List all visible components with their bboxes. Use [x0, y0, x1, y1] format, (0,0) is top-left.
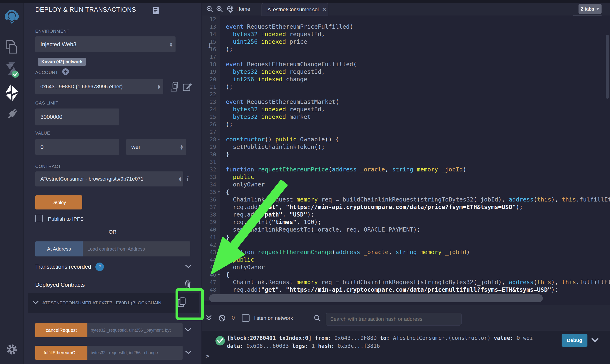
terminal-header: 0 listen on network: [202, 305, 610, 331]
listen-network-checkbox[interactable]: [242, 314, 250, 322]
code-line[interactable]: 27: [202, 128, 610, 136]
code-line[interactable]: 44 public: [202, 256, 610, 263]
transactions-count-badge: 2: [95, 262, 104, 271]
vertical-scrollbar[interactable]: [606, 35, 609, 99]
code-line[interactable]: 28▾constructor() public Ownable() {: [202, 136, 610, 143]
expand-terminal-icon[interactable]: [206, 315, 212, 323]
deploy-run-icon[interactable]: [0, 85, 24, 102]
zoom-in-icon[interactable]: [216, 6, 223, 14]
copy-contract-address-icon[interactable]: [177, 297, 186, 309]
chevron-down-icon[interactable]: [185, 328, 191, 333]
code-line[interactable]: 16);: [202, 46, 610, 53]
value-unit-select[interactable]: wei ▲▼: [126, 139, 186, 155]
horizontal-scrollbar[interactable]: [209, 294, 543, 302]
edit-account-icon[interactable]: [183, 82, 192, 92]
fulfill-ethereum-change-button[interactable]: fulfillEthereumC...: [35, 346, 87, 360]
code-line[interactable]: 22: [202, 91, 610, 98]
code-line[interactable]: 43function requestEthereumChange(address…: [202, 248, 610, 256]
clear-console-icon[interactable]: [219, 315, 225, 323]
tx-log-line1[interactable]: [block:20780401 txIndex:0] from: 0x643..…: [227, 335, 533, 341]
value-unit: wei: [126, 144, 140, 150]
code-line[interactable]: 26);: [202, 121, 610, 128]
contract-value: ATestnetConsumer - browser/gists/9b71e07…: [35, 176, 177, 182]
at-address-button[interactable]: At Address: [35, 241, 83, 257]
publish-ipfs-checkbox[interactable]: [35, 215, 43, 222]
account-select[interactable]: 0x643...9F88D (1.666673996 ether) ▲▼: [35, 79, 163, 94]
fulfill-ethereum-change-args-input[interactable]: bytes32 _requestId, int256 _change: [87, 346, 183, 360]
code-line[interactable]: 15 uint256 indexed price: [202, 38, 610, 46]
deployed-contract-item[interactable]: ATESTNETCONSUMER AT 0X7E7...E80D1 (BLOCK…: [28, 293, 199, 313]
code-line[interactable]: 41}: [202, 234, 610, 241]
add-account-icon[interactable]: [62, 68, 69, 76]
contract-select[interactable]: ATestnetConsumer - browser/gists/9b71e07…: [35, 171, 183, 186]
value-input[interactable]: [35, 139, 119, 155]
terminal-search-input[interactable]: [326, 313, 462, 325]
code-line[interactable]: 37 req.add("get", "https://min-api.crypt…: [202, 203, 610, 211]
code-line[interactable]: 33 public: [202, 173, 610, 181]
code-line[interactable]: 30}: [202, 151, 610, 158]
code-line[interactable]: 12: [202, 15, 610, 23]
code-line[interactable]: 14 bytes32 indexed requestId,: [202, 30, 610, 38]
tx-success-icon: [215, 336, 225, 347]
code-line[interactable]: 35▾{: [202, 188, 610, 196]
code-line[interactable]: 39 req.addInt("times", 100);: [202, 218, 610, 226]
code-line[interactable]: 25 bytes32 indexed market: [202, 113, 610, 121]
deploy-button[interactable]: Deploy: [35, 195, 82, 209]
code-line[interactable]: 29 setPublicChainlinkToken();: [202, 143, 610, 151]
select-arrows-icon: ▲▼: [180, 144, 183, 150]
code-line[interactable]: 34 onlyOwner: [202, 181, 610, 188]
cancel-request-button[interactable]: cancelRequest: [35, 323, 87, 337]
code-lines[interactable]: 1213event RequestEthereumPriceFulfilled(…: [202, 15, 610, 306]
code-line[interactable]: 36 Chainlink.Request memory req = buildC…: [202, 196, 610, 203]
solidity-compiler-icon[interactable]: [0, 62, 24, 80]
environment-select[interactable]: Injected Web3 ▲▼: [35, 36, 175, 52]
code-line[interactable]: 48 req.add("get", "https://min-api.crypt…: [202, 286, 610, 294]
code-line[interactable]: 19 bytes32 indexed requestId,: [202, 68, 610, 76]
plugin-manager-icon[interactable]: [0, 107, 24, 121]
expand-log-chevron-icon[interactable]: [591, 338, 599, 343]
function-row: fulfillEthereumC... bytes32 _requestId, …: [35, 346, 191, 360]
file-explorer-icon[interactable]: [0, 39, 24, 54]
chevron-down-icon[interactable]: [185, 350, 191, 355]
contract-label: CONTRACT: [35, 164, 61, 169]
code-line[interactable]: 47 Chainlink.Request memory req = buildC…: [202, 278, 610, 286]
zoom-out-icon[interactable]: [206, 6, 213, 14]
transactions-recorded-row[interactable]: Transactions recorded 2: [35, 262, 191, 271]
code-line[interactable]: 45 onlyOwner: [202, 263, 610, 271]
trash-icon[interactable]: [184, 280, 191, 290]
close-tab-icon[interactable]: ✕: [322, 7, 326, 13]
code-line[interactable]: 38 req.add("path", "USD");: [202, 211, 610, 218]
contract-info-icon[interactable]: i: [186, 175, 188, 183]
code-line[interactable]: 32function requestEthereumPrice(address …: [202, 166, 610, 173]
debug-button[interactable]: Debug: [562, 334, 587, 347]
at-address-input[interactable]: [83, 241, 190, 257]
code-line[interactable]: 21);: [202, 83, 610, 91]
code-line[interactable]: 23event RequestEthereumLastMarket(: [202, 98, 610, 106]
tabs-count-dropdown[interactable]: 2 tabs: [579, 4, 602, 14]
transactions-recorded-label: Transactions recorded: [35, 263, 91, 270]
code-line[interactable]: 18event RequestEthereumChangeFulfilled(: [202, 61, 610, 68]
tab-home[interactable]: Home: [236, 3, 250, 15]
code-line[interactable]: 31: [202, 158, 610, 166]
copy-account-icon[interactable]: [170, 82, 179, 92]
code-line[interactable]: 24 bytes32 indexed requestId,: [202, 106, 610, 113]
pending-tx-count: 0: [232, 315, 235, 321]
code-line[interactable]: 17: [202, 53, 610, 61]
code-line[interactable]: 40 sendChainlinkRequestTo(_oracle, req, …: [202, 226, 610, 234]
terminal-prompt[interactable]: >: [206, 352, 209, 360]
terminal: 0 listen on network [block:20780401 txIn…: [202, 305, 610, 364]
tab-atestnetconsumer[interactable]: ATestnetConsumer.sol ✕: [262, 3, 328, 16]
code-line[interactable]: 46▾{: [202, 271, 610, 278]
chevron-down-icon[interactable]: [185, 264, 191, 269]
code-line[interactable]: 42: [202, 241, 610, 248]
code-line[interactable]: 13event RequestEthereumPriceFulfilled(: [202, 23, 610, 30]
settings-gear-icon[interactable]: [0, 343, 24, 356]
chevron-down-icon[interactable]: [33, 300, 39, 305]
code-line[interactable]: 20 int256 indexed change: [202, 76, 610, 83]
environment-info-icon[interactable]: i: [208, 41, 210, 49]
panel-doc-icon[interactable]: [153, 7, 159, 15]
gas-limit-input[interactable]: [35, 108, 119, 125]
cancel-request-args-input[interactable]: bytes32 _requestId, uint256 _payment, by…: [87, 323, 183, 337]
home-tab-icon[interactable]: [226, 5, 234, 14]
tabs-count-label: 2 tabs: [581, 6, 594, 12]
